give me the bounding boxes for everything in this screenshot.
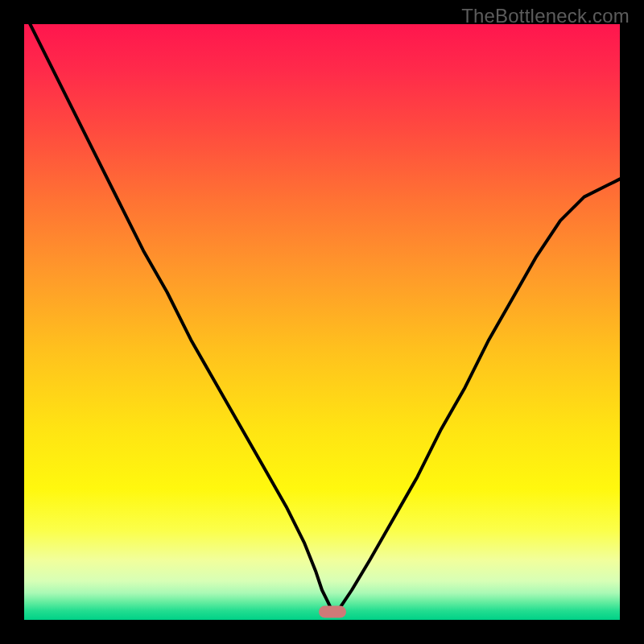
chart-frame: TheBottleneck.com: [0, 0, 644, 644]
watermark-label: TheBottleneck.com: [461, 5, 630, 27]
plot-area: [24, 24, 620, 620]
minimum-marker: [319, 605, 346, 617]
bottleneck-curve: [24, 24, 620, 620]
